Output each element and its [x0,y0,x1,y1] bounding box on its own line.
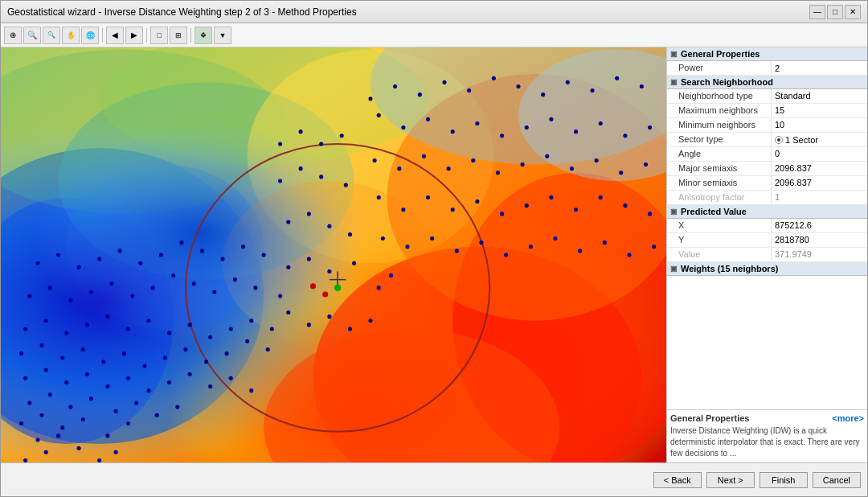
svg-point-45 [23,376,27,380]
svg-point-178 [344,183,348,187]
svg-point-76 [146,318,150,322]
svg-point-149 [500,212,504,216]
main-window: Geostatistical wizard - Inverse Distance… [0,0,868,497]
weights-header[interactable]: ▣ Weights (15 neighbors) [667,262,867,276]
max-neighbors-value[interactable]: 15 [772,104,867,117]
svg-point-54 [208,384,212,388]
separator-1 [102,28,103,43]
back-button[interactable]: < Back [653,472,702,488]
extra-button[interactable]: ▼ [214,27,231,44]
svg-point-64 [163,355,167,359]
svg-point-136 [471,158,475,162]
svg-point-164 [578,249,582,253]
svg-point-119 [640,84,644,88]
settings-button[interactable]: ❖ [194,27,212,44]
power-label: Power [667,61,772,75]
close-button[interactable]: ✕ [845,5,861,19]
svg-point-59 [60,355,64,359]
desc-more-link[interactable]: <more> [832,413,864,423]
minor-semiaxis-label: Minor semiaxis [667,176,772,190]
separator-2 [146,28,147,43]
svg-point-112 [467,88,471,92]
svg-point-38 [48,392,52,396]
power-value[interactable]: 2 [772,61,867,75]
svg-point-137 [496,170,500,175]
svg-point-47 [64,380,68,384]
forward-nav-button[interactable]: ▶ [125,27,143,44]
svg-point-128 [574,129,578,133]
pan-button[interactable]: ✋ [62,27,80,44]
svg-point-129 [599,121,603,125]
sector-type-label: Sector type [667,133,772,146]
svg-point-39 [68,405,72,409]
sector-type-value[interactable]: 1 Sector [772,133,867,146]
svg-point-148 [475,199,479,203]
svg-point-107 [262,253,266,257]
svg-point-50 [126,376,130,380]
svg-point-121 [401,125,405,129]
y-value: 2818780 [772,233,867,247]
svg-point-80 [229,327,233,331]
search-neighborhood-header[interactable]: ▣ Search Neighborhood [667,76,867,89]
svg-point-97 [56,253,60,257]
zoom-full-button[interactable]: 🔍 [43,27,60,44]
svg-point-55 [229,376,233,380]
globe-button[interactable]: 🌐 [81,27,99,44]
svg-point-106 [241,244,245,249]
svg-point-117 [590,88,594,92]
svg-point-185 [327,269,331,273]
svg-point-57 [19,351,23,355]
svg-point-51 [146,388,150,392]
predicted-value-header[interactable]: ▣ Predicted Value [667,205,867,219]
grid-button[interactable]: ⊞ [170,27,187,44]
svg-point-113 [492,76,496,80]
next-button[interactable]: Next > [706,472,755,488]
svg-point-131 [648,125,652,129]
svg-point-125 [500,133,504,138]
general-properties-header[interactable]: ▣ General Properties [667,47,867,61]
minor-semiaxis-value[interactable]: 2096.837 [772,176,867,190]
maximize-button[interactable]: □ [827,5,843,19]
finish-button[interactable]: Finish [760,472,808,488]
max-neighbors-row: Maximum neighbors 15 [667,104,867,118]
weights-label: Weights (15 neighbors) [681,264,778,273]
svg-point-94 [253,285,257,290]
zoom-in-button[interactable]: ⊕ [4,27,22,44]
svg-point-122 [426,117,430,121]
frame-button[interactable]: □ [150,27,168,44]
svg-point-179 [286,220,290,224]
expand-icon-weights: ▣ [670,265,678,273]
value-value: 371.9749 [772,248,867,261]
neighborhood-type-value[interactable]: Standard [772,89,867,103]
minimize-button[interactable]: — [809,5,825,19]
map-area[interactable] [1,47,666,462]
angle-value[interactable]: 0 [772,147,867,161]
major-semiaxis-label: Major semiaxis [667,162,772,175]
svg-point-155 [648,212,652,216]
svg-point-116 [566,80,570,84]
x-label: X [667,219,772,232]
svg-point-191 [368,318,372,322]
svg-point-175 [278,179,282,183]
major-semiaxis-value[interactable]: 2096.837 [772,162,867,175]
max-neighbors-label: Maximum neighbors [667,104,772,117]
svg-point-174 [340,133,344,138]
expand-icon-search: ▣ [670,78,678,86]
svg-point-159 [455,249,459,253]
sector-radio[interactable] [775,136,783,144]
zoom-out-button[interactable]: 🔍 [23,27,41,44]
svg-point-108 [368,97,372,101]
value-row: Value 371.9749 [667,248,867,262]
svg-point-67 [225,351,229,355]
bottom-bar: < Back Next > Finish Cancel [1,462,867,496]
min-neighbors-value[interactable]: 10 [772,118,867,132]
separator-3 [190,28,191,43]
cancel-button[interactable]: Cancel [813,472,861,488]
y-label: Y [667,233,772,247]
svg-point-156 [381,236,385,240]
major-semiaxis-row: Major semiaxis 2096.837 [667,162,867,176]
back-nav-button[interactable]: ◀ [106,27,124,44]
svg-point-30 [114,450,118,454]
svg-point-193 [389,273,393,277]
svg-point-141 [595,158,599,162]
